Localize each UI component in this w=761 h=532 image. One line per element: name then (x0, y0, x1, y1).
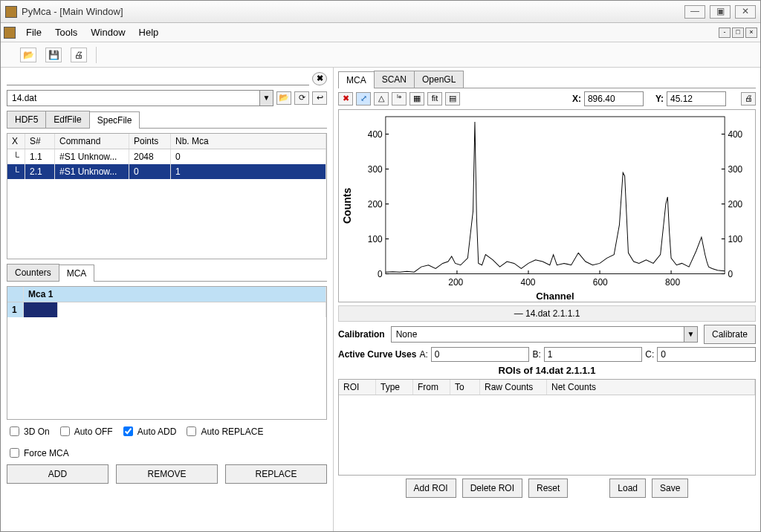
file-select-arrow[interactable]: ▼ (259, 91, 273, 106)
roi-col-from[interactable]: From (413, 380, 450, 395)
y-field: 45.12 (667, 91, 726, 106)
yaxis-label: Counts (339, 110, 355, 302)
main-window: PyMca - [Main Window] — ▣ ✕ File Tools W… (0, 0, 761, 532)
menu-file[interactable]: File (20, 24, 48, 41)
col-nbmca[interactable]: Nb. Mca (171, 134, 326, 149)
col-snum[interactable]: S# (25, 134, 55, 149)
titlebar: PyMca - [Main Window] — ▣ ✕ (1, 1, 760, 23)
doc-icon (4, 27, 16, 39)
roi-col-net[interactable]: Net Counts (547, 380, 755, 395)
delete-roi-button[interactable]: Delete ROI (462, 479, 522, 498)
browse-file-button[interactable]: 📂 (276, 91, 291, 105)
left-pane: ✖ 14.dat ▼ 📂 ⟳ ↩ HDF5 EdfFile SpecFile X (1, 68, 334, 531)
mdi-restore-button[interactable]: □ (732, 27, 744, 38)
svg-text:400: 400 (368, 129, 383, 140)
file-row: 14.dat ▼ 📂 ⟳ ↩ (7, 90, 327, 106)
close-button[interactable]: ✕ (735, 5, 756, 19)
tab-opengl[interactable]: OpenGL (414, 71, 464, 88)
roi-col-roi[interactable]: ROI (339, 380, 376, 395)
roi-col-type[interactable]: Type (376, 380, 413, 395)
x-label: X: (572, 94, 581, 104)
fit-icon[interactable]: fit (427, 92, 442, 106)
col-command[interactable]: Command (55, 134, 129, 149)
svg-text:400: 400 (728, 129, 742, 140)
menu-tools[interactable]: Tools (49, 24, 83, 41)
table-row[interactable]: └ 2.1 #S1 Unknow... 0 1 (7, 164, 326, 179)
calibrate-button[interactable]: Calibrate (704, 325, 756, 344)
energy-icon[interactable]: ▤ (445, 92, 460, 106)
zoom-icon[interactable]: ⤢ (356, 92, 371, 106)
roi-col-raw[interactable]: Raw Counts (480, 380, 547, 395)
file-select-label[interactable]: 14.dat (7, 93, 259, 103)
mca-header[interactable]: Mca 1 (24, 287, 326, 302)
load-roi-button[interactable]: Load (609, 479, 646, 498)
menubar: File Tools Window Help - □ × (1, 23, 760, 42)
calibration-row: Calibration None ▼ Calibrate (338, 325, 756, 344)
remove-file-button[interactable]: ↩ (312, 91, 327, 105)
check-3d[interactable]: 3D On (7, 424, 50, 438)
roi-col-to[interactable]: To (450, 380, 480, 395)
active-curve-label: Active Curve Uses (338, 349, 416, 360)
options-row: 3D On Auto OFF Auto ADD Auto REPLACE For… (7, 424, 327, 460)
check-autoreplace[interactable]: Auto REPLACE (184, 424, 263, 438)
tab-hdf5[interactable]: HDF5 (7, 111, 46, 128)
calibration-label: Calibration (338, 329, 385, 340)
active-curve-row: Active Curve Uses A: 0 B: 1 C: 0 (338, 347, 756, 362)
plot-tabs: MCA SCAN OpenGL (338, 71, 756, 88)
tab-scan-plot[interactable]: SCAN (374, 71, 415, 88)
maximize-button[interactable]: ▣ (710, 5, 731, 19)
col-points[interactable]: Points (129, 134, 171, 149)
save-icon[interactable]: 💾 (45, 48, 62, 62)
left-button-row: ADD REMOVE REPLACE (7, 464, 327, 484)
clear-source-button[interactable]: ✖ (312, 72, 327, 85)
mdi-close-button[interactable]: × (745, 27, 757, 38)
remove-button[interactable]: REMOVE (116, 464, 218, 484)
grid-icon[interactable]: ▦ (409, 92, 424, 106)
table-row[interactable]: 1 (7, 302, 326, 317)
calibration-value[interactable]: None (392, 329, 684, 340)
svg-text:0: 0 (378, 269, 383, 277)
reset-roi-button[interactable]: Reset (528, 479, 568, 498)
col-x[interactable]: X (7, 134, 25, 149)
check-autooff[interactable]: Auto OFF (57, 424, 113, 438)
add-button[interactable]: ADD (7, 464, 109, 484)
x-field: 896.40 (584, 91, 644, 106)
main-area: ✖ 14.dat ▼ 📂 ⟳ ↩ HDF5 EdfFile SpecFile X (1, 68, 760, 531)
refresh-button[interactable]: ⟳ (294, 91, 309, 105)
tab-counters[interactable]: Counters (7, 264, 59, 281)
tab-specfile[interactable]: SpecFile (89, 111, 140, 129)
tab-mca[interactable]: MCA (59, 265, 95, 282)
print-icon[interactable]: 🖨 (71, 48, 87, 62)
open-icon[interactable]: 📂 (20, 48, 36, 62)
coef-a[interactable]: 0 (431, 347, 530, 362)
spectrum-plot[interactable]: Counts 00100100200200300300400400 200400… (338, 109, 756, 302)
tab-mca-plot[interactable]: MCA (338, 71, 375, 88)
check-autoadd[interactable]: Auto ADD (120, 424, 177, 438)
save-roi-button[interactable]: Save (652, 479, 688, 498)
svg-text:0: 0 (728, 269, 733, 277)
roi-button-row: Add ROI Delete ROI Reset Load Save (338, 479, 756, 498)
check-forcemca[interactable]: Force MCA (7, 446, 69, 460)
log-icon[interactable]: ˡᵒ (392, 92, 407, 106)
source-path-input[interactable] (7, 72, 309, 85)
calibration-arrow[interactable]: ▼ (684, 327, 697, 342)
add-roi-button[interactable]: Add ROI (406, 479, 456, 498)
minimize-button[interactable]: — (684, 5, 705, 19)
menu-help[interactable]: Help (133, 24, 165, 41)
pan-icon[interactable]: △ (374, 92, 389, 106)
xaxis-label: Channel (355, 291, 755, 302)
replace-button[interactable]: REPLACE (225, 464, 327, 484)
roi-title: ROIs of 14.dat 2.1.1.1 (338, 365, 756, 376)
menu-window[interactable]: Window (85, 24, 131, 41)
mdi-minimize-button[interactable]: - (719, 27, 731, 38)
svg-rect-0 (386, 117, 725, 274)
scan-table: X S# Command Points Nb. Mca └ 1.1 #S1 Un… (7, 133, 327, 259)
toolbar: 📂 💾 🖨 (1, 42, 760, 68)
print-plot-icon[interactable]: 🖨 (741, 92, 756, 106)
coef-c[interactable]: 0 (657, 347, 756, 362)
coef-b[interactable]: 1 (544, 347, 643, 362)
mca-table: Mca 1 1 (7, 286, 327, 420)
reset-zoom-icon[interactable]: ✖ (338, 92, 353, 106)
table-row[interactable]: └ 1.1 #S1 Unknow... 2048 0 (7, 149, 326, 164)
tab-edffile[interactable]: EdfFile (45, 111, 89, 128)
